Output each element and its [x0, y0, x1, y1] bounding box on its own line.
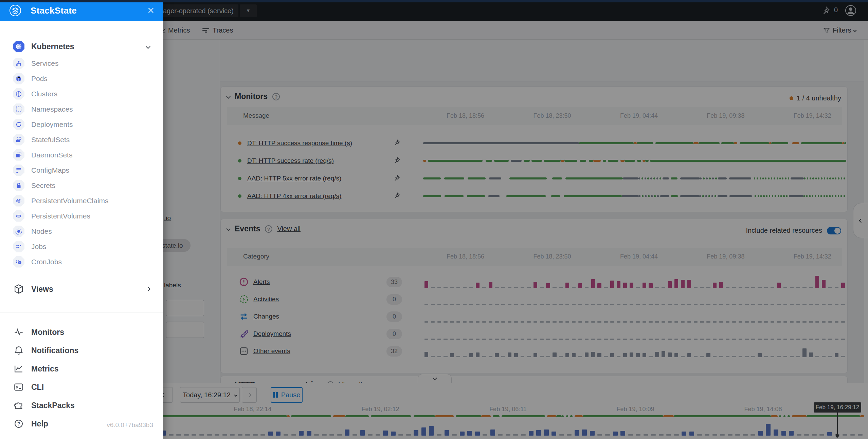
- views-cube-icon: [13, 283, 24, 295]
- sidebar-item-monitors[interactable]: Monitors: [0, 323, 163, 341]
- close-drawer-button[interactable]: ✕: [147, 5, 155, 16]
- sidebar-item-cli[interactable]: CLI: [0, 378, 163, 396]
- help-icon: ?: [14, 419, 24, 429]
- sidebar-item-label: Deployments: [31, 120, 73, 129]
- sidebar-item-persistentvolumes[interactable]: PersistentVolumes: [0, 208, 163, 224]
- sidebar-item-label: CronJobs: [31, 258, 62, 266]
- nodes-icon: [13, 226, 24, 237]
- sidebar-item-pods[interactable]: Pods: [0, 71, 163, 86]
- secrets-icon: [13, 180, 24, 191]
- sidebar-item-label: Notifications: [31, 346, 78, 355]
- browser-top-strip: [0, 0, 868, 2]
- drawer-title: StackState: [31, 5, 77, 16]
- monitors-icon: [14, 327, 24, 337]
- sidebar-item-label: StackPacks: [31, 401, 75, 410]
- sidebar-item-label: Monitors: [31, 328, 64, 337]
- sidebar-item-label: Help: [31, 419, 48, 428]
- sidebar-item-services[interactable]: Services: [0, 56, 163, 71]
- sidebar-item-cronjobs[interactable]: CronJobs: [0, 254, 163, 269]
- sidebar-item-clusters[interactable]: Clusters: [0, 86, 163, 101]
- daemonsets-icon: [13, 149, 24, 161]
- sidebar-views-label: Views: [31, 285, 53, 294]
- sidebar-section-kubernetes[interactable]: Kubernetes: [0, 38, 163, 55]
- stackstate-app: ager-operated (service) ▼ 0 Metrics: [0, 0, 868, 439]
- sidebar-item-deployments[interactable]: Deployments: [0, 117, 163, 132]
- sidebar-item-label: DaemonSets: [31, 151, 72, 159]
- sidebar-item-label: StatefulSets: [31, 136, 70, 144]
- sidebar-item-notifications[interactable]: Notifications: [0, 341, 163, 360]
- sidebar-item-label: PersistentVolumeClaims: [31, 197, 109, 205]
- deployments-icon: [13, 119, 24, 130]
- clusters-icon: [13, 88, 24, 100]
- app-version: v6.0.0+7ba93b3: [107, 421, 153, 429]
- sidebar-item-label: Namespaces: [31, 105, 73, 113]
- sidebar-section-views[interactable]: Views: [0, 281, 163, 298]
- sidebar-item-secrets[interactable]: Secrets: [0, 178, 163, 193]
- chevron-right-icon: [146, 287, 150, 291]
- sidebar-kubernetes-label: Kubernetes: [31, 42, 74, 51]
- sidebar-item-label: Metrics: [31, 364, 59, 374]
- sidebar-item-configmaps[interactable]: ConfigMaps: [0, 163, 163, 178]
- sidebar-item-label: Services: [31, 59, 59, 68]
- kubernetes-icon: [13, 41, 24, 52]
- svg-text:?: ?: [17, 421, 20, 426]
- pods-icon: [13, 73, 24, 84]
- sidebar-item-label: CLI: [31, 383, 44, 392]
- statefulsets-icon: [13, 134, 24, 146]
- sidebar-item-nodes[interactable]: Nodes: [0, 224, 163, 239]
- cronjobs-icon: [13, 256, 24, 268]
- metrics-icon: [14, 364, 24, 374]
- configmaps-icon: [13, 165, 24, 176]
- jobs-icon: [13, 241, 24, 252]
- drawer-header: StackState ✕: [0, 0, 163, 21]
- sidebar-item-label: Secrets: [31, 182, 55, 190]
- sidebar-item-label: Pods: [31, 75, 48, 83]
- sidebar-item-label: PersistentVolumes: [31, 212, 90, 220]
- sidebar-item-label: Jobs: [31, 243, 46, 251]
- namespaces-icon: [13, 103, 24, 115]
- sidebar-item-persistentvolumeclaims[interactable]: PersistentVolumeClaims: [0, 193, 163, 208]
- stackstate-logo: [10, 5, 21, 16]
- drawer-divider: [0, 312, 163, 312]
- sidebar-item-stackpacks[interactable]: StackPacks: [0, 396, 163, 415]
- sidebar-item-namespaces[interactable]: Namespaces: [0, 101, 163, 117]
- sidebar-item-daemonsets[interactable]: DaemonSets: [0, 147, 163, 163]
- sidebar-item-label: Clusters: [31, 90, 57, 98]
- cli-icon: [14, 382, 24, 392]
- sidebar-item-statefulsets[interactable]: StatefulSets: [0, 132, 163, 147]
- pvc-icon: [13, 195, 24, 207]
- sidebar-item-label: ConfigMaps: [31, 166, 69, 174]
- stackpacks-icon: [14, 400, 24, 411]
- notifications-icon: [14, 345, 24, 356]
- pv-icon: [13, 210, 24, 222]
- sidebar-item-jobs[interactable]: Jobs: [0, 239, 163, 254]
- sidebar-item-label: Nodes: [31, 227, 52, 235]
- chevron-down-icon: [146, 44, 150, 49]
- sidebar-item-metrics[interactable]: Metrics: [0, 360, 163, 378]
- main-menu-drawer: StackState ✕ Kubernetes ServicesPodsClus…: [0, 0, 163, 439]
- services-icon: [13, 58, 24, 69]
